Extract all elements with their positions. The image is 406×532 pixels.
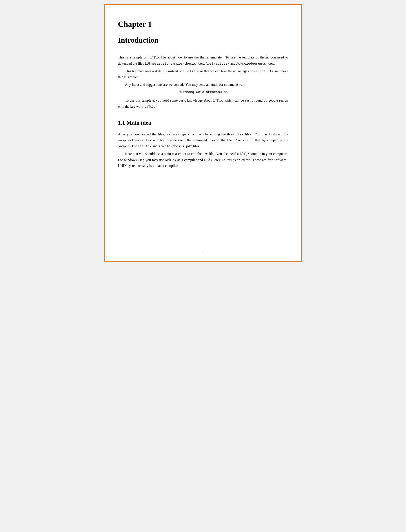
file-list: LUthesis.sty: [145, 62, 169, 66]
document-page: Chapter 1 Introduction This is a sample …: [104, 4, 302, 262]
sample-thesis-pdf: sample-thesis.pdf: [159, 145, 192, 148]
section-title: Introduction: [118, 35, 288, 46]
latex-keyword: LaTeX: [144, 105, 154, 109]
sample-thesis-tex-ref: sample-thesis.tex: [118, 139, 152, 142]
abstract-tex: Abstract.tex: [206, 62, 230, 66]
intro-paragraph-2: This template uses a style file instead …: [118, 68, 288, 80]
chapter-title: Chapter 1: [118, 18, 288, 30]
tex-extension: .tex: [236, 133, 244, 137]
intro-section: This is a sample of LATEX file about how…: [118, 55, 288, 110]
intro-paragraph-3: Any input and suggestions are welcomed. …: [118, 82, 288, 87]
sample-thesis-tex-ref2: sample-thesis.tex: [118, 145, 152, 148]
page-number: 1: [202, 249, 204, 254]
cls-file: .cls: [185, 70, 193, 73]
main-idea-section: 1.1 Main idea After you downloaded the f…: [118, 118, 288, 168]
report-cls: report.cls: [254, 70, 274, 73]
email-address: ruizhong.wei@lakeheadu.ca: [118, 90, 288, 95]
main-idea-paragraph-2: Note that you should use a plain text ed…: [118, 151, 288, 168]
main-idea-paragraph-1: After you downloaded the files, you may …: [118, 131, 288, 149]
subsection-title: 1.1 Main idea: [118, 118, 288, 127]
intro-paragraph-1: This is a sample of LATEX file about how…: [118, 55, 288, 67]
acknowledgements-tex: Acknoledgements.tex: [236, 62, 274, 66]
intro-paragraph-4: To use this template, you need some basi…: [118, 98, 288, 110]
sample-thesis-tex: sample-thesis.tex: [170, 62, 204, 66]
